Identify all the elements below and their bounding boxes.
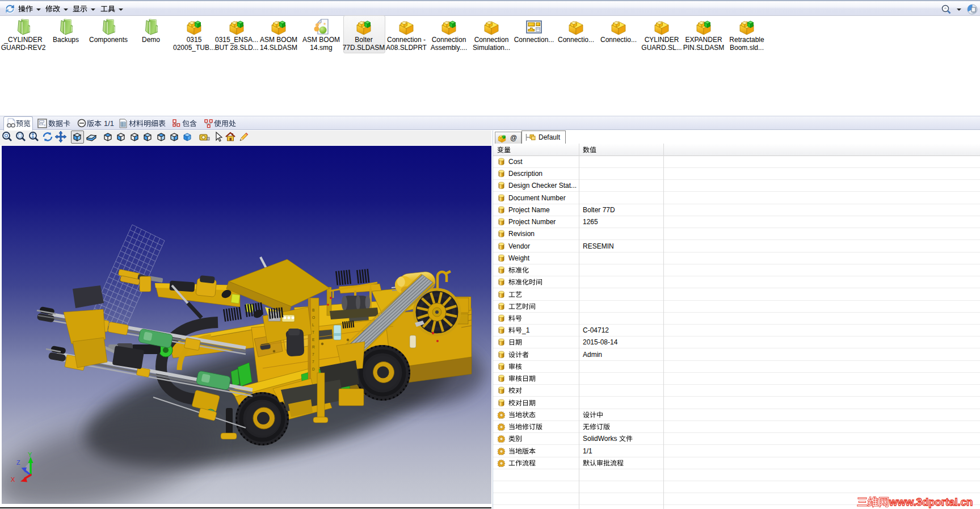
svg-text:Y: Y [28,451,32,458]
svg-text:Z: Z [16,459,20,466]
svg-text:X: X [11,476,15,483]
